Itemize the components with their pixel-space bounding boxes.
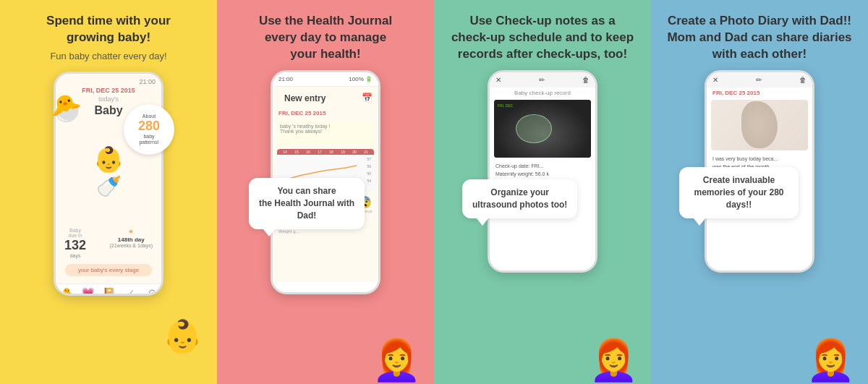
panel-3-title: Use Check-up notes as acheck-up schedule… [451, 13, 634, 63]
stat-132: 132 [64, 238, 86, 253]
ultrasound-photo: FRI, DEC [494, 100, 591, 158]
phone2-battery: 100% 🔋 [349, 76, 373, 82]
pattern-number: 280 [138, 119, 160, 134]
pattern-prefix: About [142, 114, 156, 119]
phone2-header: 21:00 100% 🔋 [273, 72, 378, 87]
chart-value-57: 57 [367, 157, 371, 161]
nav-check[interactable]: ✓ Check [124, 287, 138, 296]
panel-3-bubble: Organize yourultrasound photos too! [462, 179, 577, 218]
belly-shape [741, 101, 778, 148]
panel-4-bubble-text: Create invaluablememories of your 280 da… [694, 175, 783, 210]
phone3-header: ✕ ✏ 🗑 [490, 72, 595, 88]
belly-photo-image [711, 100, 808, 150]
character-3: 👩‍🦰 [589, 337, 639, 384]
panel-2-title: Use the Health Journalevery day to manag… [259, 13, 392, 63]
trash-icon-4[interactable]: 🗑 [799, 76, 807, 84]
edit-icon[interactable]: ✏ [539, 76, 545, 84]
stat-148: 148th day [109, 236, 153, 243]
phone1-time: 21:00 [139, 78, 156, 85]
check-icon: ✓ [127, 287, 135, 296]
close-icon-4[interactable]: ✕ [712, 76, 718, 84]
diary-line-1: I was very busy today beca... [712, 155, 807, 163]
panel-diary: Create a Photo Diary with Dad!!Mom and D… [651, 0, 868, 384]
phone2-date: FRI, DEC 25 2015 [273, 108, 378, 118]
phone2-screen: 21:00 100% 🔋 New entry 📅 FRI, DEC 25 201… [273, 72, 378, 282]
phone3-title-label: Baby check-up record [490, 88, 595, 98]
pattern-bubble: About 280 babypatterns! [124, 104, 174, 155]
every-stage-button[interactable]: your baby's every stage [65, 264, 152, 276]
panel-3-bubble-text: Organize yourultrasound photos too! [472, 187, 567, 210]
nav-bar: 🐣 Baby 💗 Mom 📔 Diary ✓ Check [56, 283, 161, 296]
phone4-date-label: FRI, DEC 25 2015 [707, 88, 812, 98]
ultrasound-image: FRI, DEC [494, 100, 591, 158]
phone3-screen: ✕ ✏ 🗑 Baby check-up record FRI, DEC Chec… [490, 72, 595, 273]
panel-1-subtitle: Fun baby chatter every day! [50, 51, 166, 61]
stat-days-label: days [64, 253, 86, 258]
chart-header: 1415161718192021 [277, 149, 374, 155]
chart-value-54: 54 [367, 179, 371, 183]
nav-baby[interactable]: 🐣 Baby [60, 287, 72, 296]
stat-weeks-label: (21weeks & 1days) [109, 243, 153, 248]
weight-graph-label: Weight g... [273, 229, 378, 234]
phone2-time: 21:00 [278, 76, 293, 82]
panel-4-bubble: Create invaluablememories of your 280 da… [679, 167, 799, 218]
checkup-date-row: Check-up date: FRI... [495, 162, 590, 170]
character-2: 👩‍🦰 [372, 337, 422, 384]
baby-illustration-2: 👶 [163, 317, 203, 355]
nav-tool[interactable]: ⚙ Tool [148, 287, 157, 296]
phone1-baby-text: Baby [94, 104, 122, 117]
phone1-stats: Babydue in 132 days ★ 148th day (21weeks… [61, 225, 156, 261]
tool-icon: ⚙ [148, 287, 157, 296]
calendar-icon: 📅 [362, 93, 373, 103]
panel-4-title: Create a Photo Diary with Dad!!Mom and D… [667, 13, 851, 63]
ultrasound-date-overlay: FRI, DEC [498, 103, 513, 108]
panel-1-title: Spend time with yourgrowing baby! [46, 13, 171, 46]
phone4-header: ✕ ✏ 🗑 [707, 72, 812, 88]
panel-baby: Spend time with yourgrowing baby! Fun ba… [0, 0, 217, 384]
stat-due-label: Babydue in [64, 228, 86, 238]
phone1-date: FRI, DEC 25 2015 [82, 87, 135, 94]
pattern-suffix: babypatterns! [139, 134, 158, 145]
mom-icon: 💗 [82, 287, 94, 296]
panel-checkup: Use Check-up notes as acheck-up schedule… [434, 0, 651, 384]
chart-value-55: 55 [367, 171, 371, 176]
stat-weeks: ★ 148th day (21weeks & 1days) [109, 228, 153, 258]
maternity-weight-row: Maternity weight: 56.0 k [495, 170, 590, 178]
panel-health: Use the Health Journalevery day to manag… [217, 0, 434, 384]
diary-icon: 📔 [103, 287, 115, 296]
close-icon[interactable]: ✕ [495, 76, 501, 84]
phone-3: ✕ ✏ 🗑 Baby check-up record FRI, DEC Chec… [488, 70, 597, 273]
diary-photo [711, 100, 808, 150]
trash-icon[interactable]: 🗑 [582, 76, 590, 84]
baby-icon: 🐣 [60, 287, 72, 296]
character-4: 👩‍🦰 [806, 337, 856, 384]
nav-mom[interactable]: 💗 Mom [82, 287, 94, 296]
edit-icon-4[interactable]: ✏ [756, 76, 762, 84]
chart-value-56: 56 [367, 164, 371, 168]
new-entry-label: New entry [278, 90, 331, 106]
nav-diary[interactable]: 📔 Diary [103, 287, 115, 296]
stat-days: Babydue in 132 days [64, 228, 86, 258]
panel-2-bubble-text: You can sharethe Health Journal with Dad… [259, 186, 354, 221]
phone2-note: baby 's healthy today !Thank you always! [277, 121, 374, 146]
ultrasound-shape [516, 114, 552, 143]
panel-2-bubble: You can sharethe Health Journal with Dad… [249, 178, 365, 229]
phone1-label: today's [98, 95, 119, 103]
